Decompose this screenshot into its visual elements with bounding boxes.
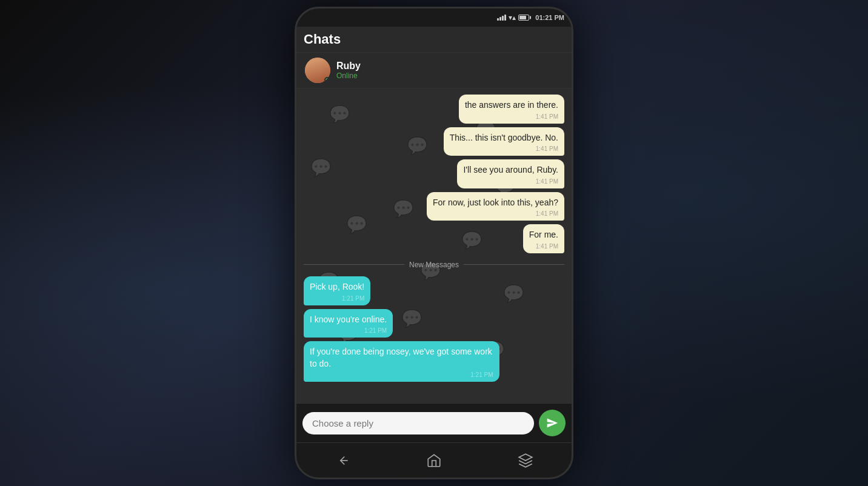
layers-button[interactable] bbox=[510, 448, 541, 473]
message-time: 1:41 PM bbox=[433, 210, 558, 218]
message-bubble: Pick up, Rook! 1:21 PM bbox=[304, 276, 370, 305]
input-bar bbox=[296, 403, 572, 442]
layers-icon bbox=[518, 453, 533, 468]
avatar bbox=[305, 58, 330, 83]
table-row: the answers are in there. 1:41 PM bbox=[304, 95, 564, 124]
reply-input[interactable] bbox=[302, 412, 534, 434]
message-text: For now, just look into this, yeah? bbox=[433, 198, 558, 207]
signal-icon bbox=[497, 15, 506, 21]
table-row: This... this isn't goodbye. No. 1:41 PM bbox=[304, 127, 564, 156]
message-bubble: This... this isn't goodbye. No. 1:41 PM bbox=[444, 127, 564, 156]
message-time: 1:41 PM bbox=[463, 178, 558, 186]
message-text: the answers are in there. bbox=[465, 100, 558, 110]
table-row: Pick up, Rook! 1:21 PM bbox=[304, 276, 564, 305]
contact-status: Online bbox=[336, 72, 361, 80]
message-bubble: I'll see you around, Ruby. 1:41 PM bbox=[457, 159, 564, 188]
message-time: 1:41 PM bbox=[450, 145, 558, 153]
message-bubble: For now, just look into this, yeah? 1:41… bbox=[427, 192, 564, 221]
table-row: I know you're online. 1:21 PM bbox=[304, 309, 564, 338]
contact-name: Ruby bbox=[336, 61, 361, 72]
message-bubble: the answers are in there. 1:41 PM bbox=[459, 95, 564, 124]
divider-line-right bbox=[464, 264, 564, 265]
back-icon bbox=[335, 453, 350, 468]
message-time: 1:21 PM bbox=[310, 327, 387, 335]
contact-info: Ruby Online bbox=[336, 61, 361, 80]
divider-line-left bbox=[304, 264, 404, 265]
message-time: 1:21 PM bbox=[310, 371, 493, 379]
send-button[interactable] bbox=[539, 410, 566, 436]
table-row: I'll see you around, Ruby. 1:41 PM bbox=[304, 159, 564, 188]
message-text: I'll see you around, Ruby. bbox=[463, 165, 558, 175]
message-bubble: I know you're online. 1:21 PM bbox=[304, 309, 393, 338]
status-bar: ▾▴ 01:21 PM bbox=[296, 8, 572, 27]
chat-area: 💬 💬 💬 💬 💬 💬 💬 💬 💬 💬 💬 💬 💬 💬 the answers … bbox=[296, 88, 572, 403]
message-time: 1:21 PM bbox=[310, 295, 364, 303]
message-text: I know you're online. bbox=[310, 315, 387, 324]
home-icon bbox=[426, 453, 442, 468]
phone-frame: ▾▴ 01:21 PM Chats Ruby Online 💬 💬 💬 💬 💬 bbox=[295, 7, 573, 479]
new-messages-divider: New Messages bbox=[304, 261, 564, 269]
status-time: 01:21 PM bbox=[535, 14, 564, 21]
table-row: If you're done being nosey, we've got so… bbox=[304, 341, 564, 382]
wifi-icon: ▾▴ bbox=[509, 13, 516, 22]
message-text: If you're done being nosey, we've got so… bbox=[310, 347, 492, 368]
table-row: For me. 1:41 PM bbox=[304, 224, 564, 253]
bottom-nav bbox=[296, 442, 572, 478]
message-text: Pick up, Rook! bbox=[310, 282, 364, 291]
message-time: 1:41 PM bbox=[465, 113, 558, 121]
app-header: Chats bbox=[296, 27, 572, 53]
battery-icon bbox=[518, 15, 529, 21]
contact-bar[interactable]: Ruby Online bbox=[296, 53, 572, 88]
home-button[interactable] bbox=[419, 448, 449, 473]
send-icon bbox=[546, 417, 558, 429]
svg-marker-1 bbox=[519, 454, 532, 461]
message-text: For me. bbox=[529, 230, 558, 239]
app-title: Chats bbox=[304, 32, 564, 47]
back-button[interactable] bbox=[327, 448, 358, 473]
message-time: 1:41 PM bbox=[529, 242, 558, 251]
message-bubble: For me. 1:41 PM bbox=[523, 224, 564, 253]
online-indicator bbox=[324, 77, 330, 83]
message-bubble: If you're done being nosey, we've got so… bbox=[304, 341, 499, 382]
table-row: For now, just look into this, yeah? 1:41… bbox=[304, 192, 564, 221]
message-text: This... this isn't goodbye. No. bbox=[450, 133, 558, 142]
new-messages-label: New Messages bbox=[409, 261, 459, 269]
